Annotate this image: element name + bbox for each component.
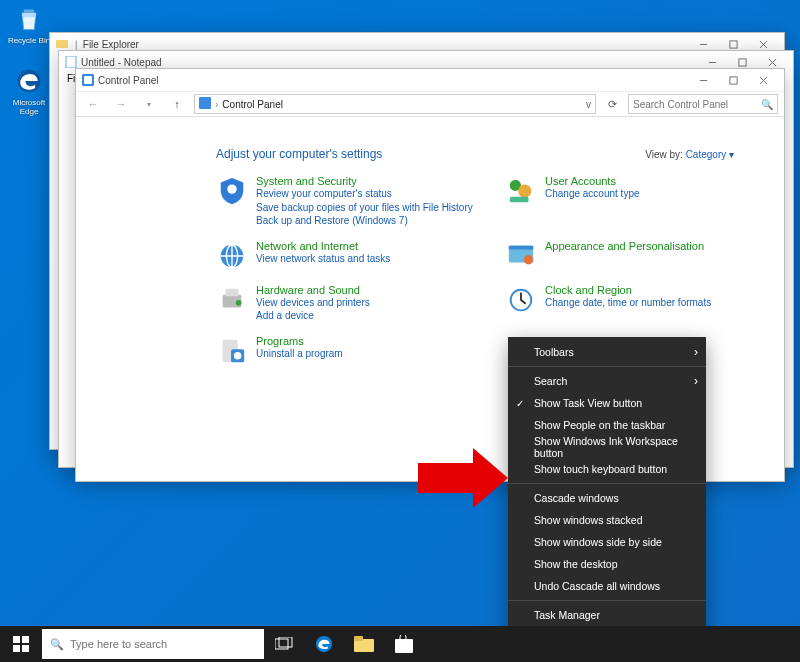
svg-rect-36 [354, 636, 363, 641]
cp-category-link[interactable]: View network status and tasks [256, 252, 390, 266]
context-menu-item[interactable]: Show Task View button [508, 392, 706, 414]
svg-rect-7 [84, 76, 92, 84]
context-menu-item[interactable]: Task Manager [508, 604, 706, 626]
svg-rect-37 [395, 639, 413, 653]
cp-category: Network and Internet View network status… [216, 240, 485, 272]
cp-category-icon [505, 175, 537, 207]
view-by-selector[interactable]: View by: Category ▾ [645, 149, 734, 160]
notepad-title: Untitled - Notepad [81, 57, 162, 68]
cp-category-title[interactable]: System and Security [256, 175, 473, 187]
cp-category-icon [505, 240, 537, 272]
cp-category-link[interactable]: Add a device [256, 309, 370, 323]
page-title: Adjust your computer's settings [216, 147, 382, 161]
svg-point-12 [518, 184, 531, 197]
search-icon: 🔍 [50, 638, 64, 651]
cp-category-link[interactable]: Uninstall a program [256, 347, 343, 361]
chevron-down-icon: ▾ [729, 149, 734, 160]
refresh-button[interactable]: ⟳ [602, 94, 622, 114]
context-menu-item[interactable]: Search [508, 370, 706, 392]
cp-category-title[interactable]: Hardware and Sound [256, 284, 370, 296]
cp-category: Programs Uninstall a program [216, 335, 485, 374]
svg-rect-30 [13, 645, 20, 652]
context-menu-item[interactable]: Show windows side by side [508, 531, 706, 553]
cp-category: Hardware and Sound View devices and prin… [216, 284, 485, 323]
search-input[interactable] [633, 99, 757, 110]
taskbar-search-input[interactable] [70, 638, 256, 650]
edge-label: Microsoft Edge [13, 98, 45, 116]
context-menu-item[interactable]: Toolbars [508, 341, 706, 363]
address-icon [199, 97, 211, 111]
recycle-bin-icon [14, 4, 44, 34]
context-menu-item[interactable]: Cascade windows [508, 487, 706, 509]
nav-up-button[interactable]: ↑ [166, 93, 188, 115]
cp-category-icon [505, 284, 537, 316]
svg-rect-31 [22, 645, 29, 652]
recycle-bin-desktop-icon[interactable]: Recycle Bin [6, 4, 52, 45]
svg-rect-29 [22, 636, 29, 643]
context-menu-item[interactable]: Undo Cascade all windows [508, 575, 706, 597]
cp-category: User Accounts Change account type [505, 175, 774, 228]
maximize-button[interactable] [718, 70, 748, 90]
taskbar-app-edge[interactable] [304, 626, 344, 662]
minimize-button[interactable] [688, 70, 718, 90]
cp-category-link[interactable]: Change date, time or number formats [545, 296, 711, 310]
svg-rect-13 [510, 197, 529, 203]
file-explorer-title: File Explorer [83, 39, 139, 50]
cp-category-icon [216, 175, 248, 207]
nav-forward-button[interactable]: → [110, 93, 132, 115]
svg-rect-17 [509, 245, 533, 249]
cp-category-link[interactable]: Save backup copies of your files with Fi… [256, 201, 473, 215]
taskbar-search[interactable]: 🔍 [42, 629, 264, 659]
control-panel-title: Control Panel [98, 75, 159, 86]
taskbar-context-menu: ToolbarsSearchShow Task View buttonShow … [508, 337, 706, 662]
svg-rect-20 [225, 288, 238, 296]
annotation-arrow [418, 448, 508, 510]
context-menu-item[interactable]: Show windows stacked [508, 509, 706, 531]
taskbar-app-explorer[interactable] [344, 626, 384, 662]
notepad-icon [65, 56, 77, 68]
edge-icon [14, 66, 44, 96]
task-view-button[interactable] [264, 626, 304, 662]
cp-category-icon [216, 335, 248, 367]
recycle-bin-label: Recycle Bin [8, 36, 50, 45]
cp-category-link[interactable]: Back up and Restore (Windows 7) [256, 214, 473, 228]
address-bar[interactable]: Control Panel v [194, 94, 596, 114]
svg-point-26 [234, 351, 242, 359]
cp-category-title[interactable]: Programs [256, 335, 343, 347]
start-button[interactable] [0, 626, 42, 662]
nav-back-button[interactable]: ← [82, 93, 104, 115]
svg-rect-28 [13, 636, 20, 643]
cp-category-title[interactable]: User Accounts [545, 175, 640, 187]
cp-category: System and Security Review your computer… [216, 175, 485, 228]
edge-desktop-icon[interactable]: Microsoft Edge [6, 66, 52, 116]
breadcrumb[interactable]: Control Panel [222, 99, 283, 110]
svg-rect-8 [729, 76, 736, 83]
cp-category-title[interactable]: Appearance and Personalisation [545, 240, 704, 252]
address-dropdown-icon[interactable]: v [586, 99, 591, 110]
search-icon: 🔍 [761, 99, 773, 110]
nav-recent-button[interactable]: ▾ [138, 93, 160, 115]
context-menu-item[interactable]: Show People on the taskbar [508, 414, 706, 436]
taskbar-app-store[interactable] [384, 626, 424, 662]
context-menu-item[interactable]: Show Windows Ink Workspace button [508, 436, 706, 458]
svg-rect-9 [199, 97, 211, 109]
file-explorer-icon [56, 38, 68, 50]
control-panel-icon [82, 74, 94, 86]
svg-rect-5 [738, 58, 745, 65]
svg-rect-2 [56, 40, 68, 48]
cp-category-title[interactable]: Clock and Region [545, 284, 711, 296]
cp-category-title[interactable]: Network and Internet [256, 240, 390, 252]
cp-category-icon [216, 240, 248, 272]
cp-category-link[interactable]: Review your computer's status [256, 187, 473, 201]
cp-category: Clock and Region Change date, time or nu… [505, 284, 774, 323]
taskbar: 🔍 [0, 626, 800, 662]
cp-category: Appearance and Personalisation [505, 240, 774, 272]
cp-category-link[interactable]: View devices and printers [256, 296, 370, 310]
context-menu-item[interactable]: Show the desktop [508, 553, 706, 575]
cp-category-link[interactable]: Change account type [545, 187, 640, 201]
svg-rect-0 [24, 9, 35, 13]
context-menu-item[interactable]: Show touch keyboard button [508, 458, 706, 480]
close-button[interactable] [748, 70, 778, 90]
svg-point-10 [227, 184, 236, 193]
cp-category-icon [216, 284, 248, 316]
